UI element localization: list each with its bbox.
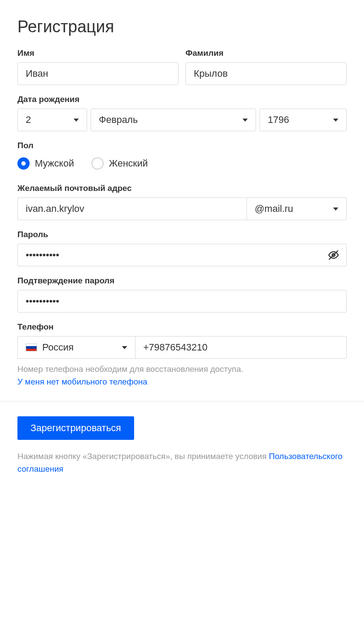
chevron-down-icon <box>333 208 338 211</box>
dob-month-value: Февраль <box>99 114 138 126</box>
divider <box>0 401 364 401</box>
email-input[interactable] <box>17 197 246 220</box>
eye-off-icon <box>328 249 339 261</box>
password-input[interactable] <box>17 244 347 266</box>
chevron-down-icon <box>333 119 338 122</box>
gender-male-radio[interactable]: Мужской <box>17 157 74 170</box>
phone-label: Телефон <box>17 322 347 332</box>
gender-label: Пол <box>17 141 347 150</box>
email-domain-value: @mail.ru <box>255 203 293 214</box>
russia-flag-icon <box>26 344 37 351</box>
gender-female-radio[interactable]: Женский <box>91 157 148 170</box>
phone-country-select[interactable]: Россия <box>17 336 135 359</box>
last-name-input[interactable] <box>185 62 347 85</box>
password-confirm-label: Подтверждение пароля <box>17 276 347 286</box>
phone-country-label: Россия <box>42 342 122 353</box>
password-confirm-input[interactable] <box>17 290 347 313</box>
terms-text: Нажимая кнопку «Зарегистрироваться», вы … <box>17 452 269 461</box>
phone-hint: Номер телефона необходим для восстановле… <box>17 364 243 374</box>
chevron-down-icon <box>122 346 127 349</box>
email-domain-select[interactable]: @mail.ru <box>246 197 347 220</box>
email-label: Желаемый почтовый адрес <box>17 184 347 193</box>
gender-male-label: Мужской <box>35 158 74 169</box>
password-label: Пароль <box>17 230 347 239</box>
gender-female-label: Женский <box>109 158 148 169</box>
dob-day-value: 2 <box>26 114 31 126</box>
radio-selected-icon <box>17 157 30 170</box>
chevron-down-icon <box>243 119 248 122</box>
registration-form: Регистрация Имя Фамилия Дата рождения 2 … <box>0 0 364 493</box>
dob-month-select[interactable]: Февраль <box>91 109 256 131</box>
dob-day-select[interactable]: 2 <box>17 109 87 131</box>
chevron-down-icon <box>74 119 79 122</box>
no-phone-link[interactable]: У меня нет мобильного телефона <box>17 377 147 386</box>
show-password-button[interactable] <box>326 244 341 266</box>
dob-year-select[interactable]: 1796 <box>260 109 347 131</box>
first-name-label: Имя <box>17 48 179 58</box>
last-name-label: Фамилия <box>185 48 347 58</box>
page-title: Регистрация <box>17 17 347 36</box>
dob-label: Дата рождения <box>17 95 347 104</box>
phone-input[interactable] <box>135 336 347 359</box>
submit-button[interactable]: Зарегистрироваться <box>17 416 134 440</box>
radio-unselected-icon <box>91 157 104 170</box>
dob-year-value: 1796 <box>268 114 289 126</box>
first-name-input[interactable] <box>17 62 179 85</box>
